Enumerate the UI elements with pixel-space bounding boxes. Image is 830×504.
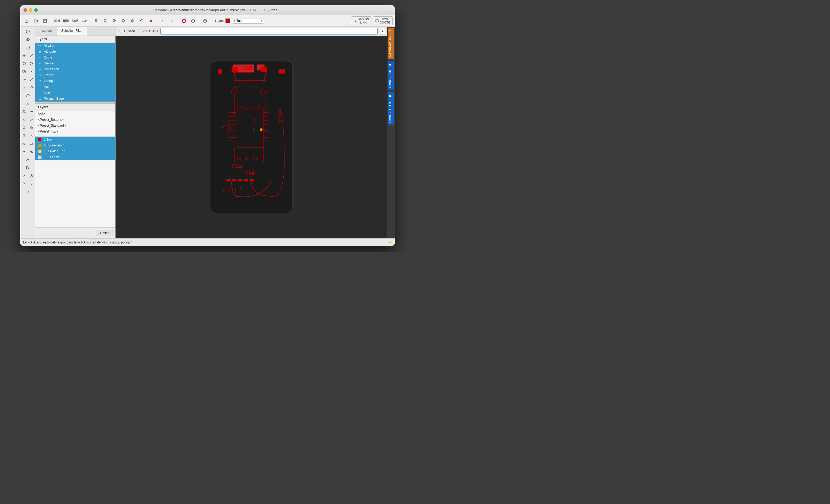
text-button[interactable]: A xyxy=(23,100,33,107)
reset-button[interactable]: Reset xyxy=(96,230,113,236)
undo-button[interactable] xyxy=(21,60,28,67)
attach-button[interactable] xyxy=(28,148,35,156)
close-button[interactable] xyxy=(24,8,27,12)
tab-selection-filter[interactable]: Selection Filter xyxy=(57,27,87,35)
preset-bottom[interactable]: <Preset_Bottom> xyxy=(35,117,115,123)
pan-button[interactable] xyxy=(21,116,28,124)
pad-button[interactable] xyxy=(21,124,28,132)
net-button[interactable] xyxy=(21,108,28,115)
save-button[interactable] xyxy=(41,16,49,25)
coord-input[interactable] xyxy=(160,28,378,34)
zoom-fit-button[interactable] xyxy=(101,16,109,25)
zoom-out-button[interactable] xyxy=(110,16,119,25)
signal-button[interactable] xyxy=(28,116,35,124)
zoom-area-button[interactable] xyxy=(119,16,128,25)
svg-point-50 xyxy=(32,78,33,79)
lock-button[interactable] xyxy=(28,172,35,179)
type-dimension[interactable]: ↔ Dimension xyxy=(35,66,115,72)
fusion-team-label-button[interactable]: FUSION TEAM xyxy=(388,100,394,125)
refresh-button[interactable] xyxy=(137,16,146,25)
wire-button[interactable] xyxy=(28,76,35,83)
svg-rect-145 xyxy=(232,179,236,181)
layer-dropdown[interactable]: 1 Top 2 Bottom 20 Dimension 101 Patch_To… xyxy=(232,18,264,24)
circle-button[interactable] xyxy=(189,16,197,25)
new-button[interactable] xyxy=(23,16,31,25)
sep3 xyxy=(157,18,157,24)
preset-top[interactable]: <Preset_Top> xyxy=(35,129,115,134)
help-button[interactable]: ? xyxy=(201,16,210,25)
zoom-center-button[interactable] xyxy=(128,16,137,25)
fusion-team-f-button[interactable]: F xyxy=(388,92,394,100)
pcb-quote-button[interactable]: PCBQUOTE xyxy=(373,16,392,25)
design-link-button[interactable]: DESIGNLINK xyxy=(351,16,372,25)
coord-dropdown-button[interactable]: ▾ xyxy=(380,28,385,34)
type-polygon-edge[interactable]: ⬡ Polygon Edge xyxy=(35,96,115,102)
svg-text:10kΩ: 10kΩ xyxy=(223,188,225,192)
ulp-button[interactable]: ULP xyxy=(80,16,89,25)
svg-marker-52 xyxy=(23,87,24,88)
layer-20-dimension[interactable]: 20 Dimension xyxy=(35,142,115,148)
select-group-button[interactable] xyxy=(23,44,33,51)
type-circle[interactable]: ● Circle xyxy=(35,55,115,60)
svg-rect-148 xyxy=(250,179,254,181)
smash-button[interactable] xyxy=(28,132,35,139)
zoom-in-button[interactable] xyxy=(92,16,100,25)
paint-button[interactable] xyxy=(23,156,33,164)
split-button[interactable] xyxy=(28,180,35,188)
forward-button[interactable] xyxy=(168,16,176,25)
svg-line-82 xyxy=(31,152,32,152)
pcb-canvas[interactable]: USB R_pullup D+ C D- 3.3V xyxy=(116,36,387,238)
paint2-button[interactable] xyxy=(21,172,28,179)
add-button[interactable] xyxy=(21,132,28,139)
angle-button[interactable] xyxy=(28,52,35,59)
collapse-button[interactable] xyxy=(23,188,33,196)
type-circle-label: Circle xyxy=(44,56,52,59)
stop-sign-button[interactable] xyxy=(180,16,188,25)
svg-point-81 xyxy=(32,152,33,153)
type-line[interactable]: — Line xyxy=(35,90,115,96)
tag-button[interactable] xyxy=(23,164,33,172)
layer-101-patch[interactable]: 101 Patch_Top xyxy=(35,148,115,154)
move-origin-button[interactable] xyxy=(21,148,28,156)
minimize-button[interactable] xyxy=(29,8,32,12)
move-button[interactable] xyxy=(21,52,28,59)
manufacturing-label: MANUFACTURING xyxy=(389,30,392,57)
type-hole[interactable]: ● Hole xyxy=(35,84,115,90)
delete-button[interactable] xyxy=(28,68,35,75)
type-frame[interactable]: □ Frame xyxy=(35,72,115,78)
brd-button[interactable]: BRD xyxy=(62,16,70,25)
route-button[interactable] xyxy=(21,76,28,83)
bus-button[interactable] xyxy=(28,108,35,115)
stop-button[interactable] xyxy=(147,16,155,25)
preset-standard[interactable]: <Preset_Standard> xyxy=(35,123,115,129)
layer-102-labels[interactable]: 102 Labels xyxy=(35,154,115,160)
type-airwire[interactable]: ~~ Airwire xyxy=(35,43,115,48)
via-button[interactable] xyxy=(28,124,35,132)
10k-label-button[interactable]: 10k xyxy=(28,140,35,147)
type-group[interactable]: □ Group xyxy=(35,78,115,84)
fusion360-button[interactable]: F xyxy=(388,62,394,68)
fusion360-label-button[interactable]: FUSION 360 xyxy=(388,68,394,90)
type-device[interactable]: ~~ Device xyxy=(35,60,115,66)
layer-1-top[interactable]: 1 Top xyxy=(35,137,115,142)
info-button[interactable]: i xyxy=(23,28,33,35)
r-label-button[interactable]: R2 xyxy=(21,140,28,147)
layer-1-top-swatch xyxy=(38,138,42,141)
copy-button[interactable] xyxy=(21,68,28,75)
polygon-button[interactable] xyxy=(23,92,33,99)
preset-all[interactable]: <All> xyxy=(35,111,115,117)
mirror-button[interactable] xyxy=(21,84,28,91)
back-button[interactable] xyxy=(159,16,167,25)
open-button[interactable] xyxy=(32,16,40,25)
manufacturing-button[interactable]: MANUFACTURING xyxy=(388,28,394,59)
type-attribute[interactable]: ★ Attribute xyxy=(35,48,115,55)
connect-button[interactable] xyxy=(21,180,28,188)
eye-button[interactable] xyxy=(23,36,33,43)
tab-inspector[interactable]: Inspector xyxy=(35,27,57,35)
svg-text:PA2: PA2 xyxy=(264,120,268,122)
maximize-button[interactable] xyxy=(34,8,38,12)
rotate-button[interactable] xyxy=(28,84,35,91)
sch-button[interactable]: SCH xyxy=(53,16,61,25)
redo-button[interactable] xyxy=(28,60,35,67)
cam-button[interactable]: CAM xyxy=(71,16,79,25)
